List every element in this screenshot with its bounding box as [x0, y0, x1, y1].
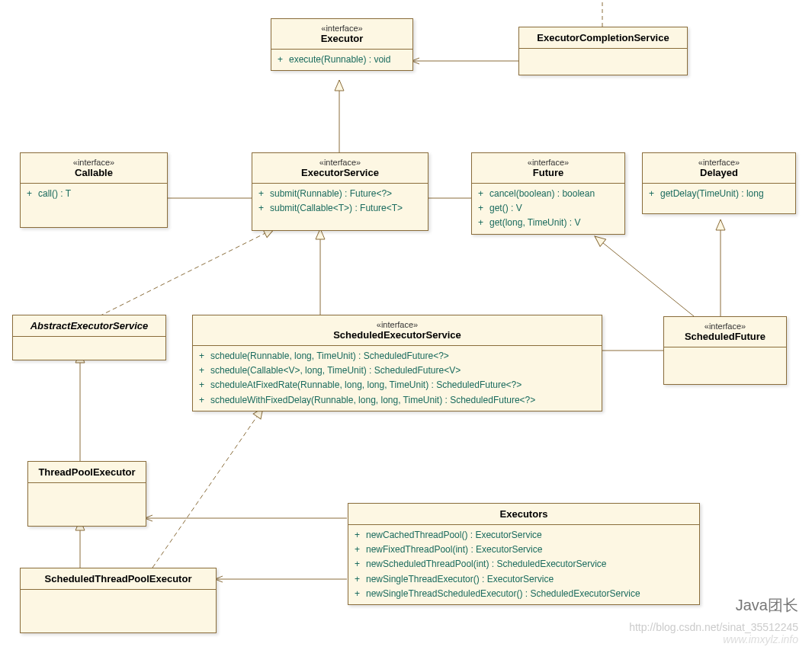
class-delayed: «interface»Delayed getDelay(TimeUnit) : …: [642, 152, 796, 214]
svg-line-12: [152, 408, 263, 568]
class-executors: Executors newCachedThreadPool() : Execut…: [348, 503, 700, 605]
svg-line-5: [99, 229, 274, 316]
class-thread-pool-executor: ThreadPoolExecutor: [27, 461, 146, 527]
class-scheduled-future: «interface»ScheduledFuture: [663, 316, 787, 385]
class-scheduled-thread-pool-executor: ScheduledThreadPoolExecutor: [20, 568, 217, 633]
watermark-url: http://blog.csdn.net/sinat_35512245: [629, 621, 798, 633]
class-future: «interface»Future cancel(boolean) : bool…: [471, 152, 625, 235]
class-executor-service: «interface»ExecutorService submit(Runnab…: [252, 152, 428, 231]
class-callable: «interface»Callable call() : T: [20, 152, 168, 228]
watermark-site: www.imxylz.info: [723, 633, 798, 645]
watermark-author: Java团长: [736, 595, 798, 616]
class-executor-completion-service: ExecutorCompletionService: [518, 27, 688, 75]
class-abstract-executor-service: AbstractExecutorService: [12, 315, 166, 360]
class-executor: «interface»Executor execute(Runnable) : …: [271, 18, 413, 71]
class-scheduled-executor-service: «interface»ScheduledExecutorService sche…: [192, 315, 602, 411]
svg-line-7: [595, 236, 694, 316]
